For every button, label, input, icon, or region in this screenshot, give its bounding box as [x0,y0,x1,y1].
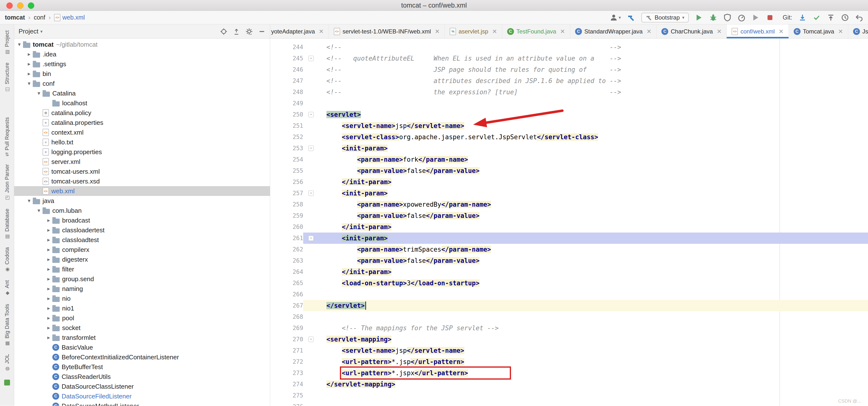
tree-row[interactable]: ▾tomcat~/gitlab/tomcat [14,40,270,49]
debug-icon[interactable] [709,14,717,22]
tree-row[interactable]: ▸compilerx [14,245,270,255]
tab-close-icon[interactable]: ✕ [560,28,565,35]
stripe-button-structure[interactable]: ◫Structure [4,63,10,92]
editor-tab[interactable]: <>servlet-test-1.0/WEB-INF/web.xml✕ [329,25,445,38]
tree-row[interactable]: ▾conf [14,79,270,89]
stripe-button-codota[interactable]: ◉Codota [4,247,10,272]
tree-row[interactable]: ▸nio1 [14,303,270,313]
chevron-down-icon[interactable]: ▾ [40,29,42,34]
code-text[interactable]: <url-pattern>*.jsp</url-pattern> [319,356,868,367]
code-text[interactable]: <servlet> [319,109,868,120]
stop-icon[interactable] [766,14,774,22]
stripe-button-pull-requests[interactable]: ⇅Pull Requests [4,117,10,157]
fold-marker-icon[interactable]: − [308,56,314,61]
tree-chevron-icon[interactable]: ▸ [45,295,52,302]
code-text[interactable]: <param-name>xpoweredBy</param-name> [319,199,868,210]
tree-chevron-icon[interactable]: ▸ [45,256,52,263]
tree-row[interactable]: ▾com.luban [14,206,270,215]
tree-chevron-icon[interactable]: ▸ [25,71,33,77]
code-text[interactable]: <param-name>trimSpaces</param-name> [319,244,868,255]
tree-row[interactable]: ▸nio [14,294,270,303]
tree-chevron-icon[interactable]: ▾ [25,80,33,87]
editor-tab[interactable]: yoteAdapter.java✕ [270,25,329,38]
tree-row[interactable]: CBeforeContextInitializedContainerListen… [14,352,270,362]
code-text[interactable]: <!-- The mappings for the JSP servlet --… [319,323,868,334]
tree-row[interactable]: ▸filter [14,264,270,274]
tree-row[interactable]: ≡catalina.properties [14,118,270,128]
tree-chevron-icon[interactable]: ▾ [16,41,23,47]
profiler-icon[interactable] [738,14,745,22]
code-text[interactable]: <!-- the expression? [true] --> [319,87,868,98]
breadcrumb-item[interactable]: conf [34,14,45,21]
breadcrumb-item[interactable]: <>web.xml [54,14,85,21]
fold-marker-icon[interactable]: − [308,337,314,342]
code-text[interactable]: <servlet-mapping> [319,334,868,345]
tree-row[interactable]: <>tomcat-users.xsd [14,176,270,186]
history-icon[interactable] [841,14,849,22]
run-icon[interactable] [695,14,703,22]
tab-close-icon[interactable]: ✕ [319,28,324,35]
code-text[interactable]: <init-param> [319,143,868,154]
code-text[interactable]: <param-value>false</param-value> [319,165,868,176]
tree-row[interactable]: CByteBufferTest [14,362,270,372]
tree-row[interactable]: ▾Catalina [14,89,270,98]
code-text[interactable]: </init-param> [319,221,868,233]
fold-marker-icon[interactable]: − [308,112,314,117]
tree-row[interactable]: <>server.xml [14,157,270,167]
tab-close-icon[interactable]: ✕ [838,28,843,35]
tree-row[interactable]: ▸broadcast [14,215,270,225]
tree-chevron-icon[interactable]: ▸ [25,61,33,67]
tree-row[interactable]: ▸transformlet [14,333,270,342]
code-text[interactable]: <!-- --> [319,41,868,53]
code-text[interactable]: <load-on-startup>3</load-on-startup> [319,277,868,289]
tree-row[interactable]: <>context.xml [14,128,270,137]
tree-chevron-icon[interactable]: ▸ [45,315,52,321]
tab-close-icon[interactable]: ✕ [779,28,784,35]
editor-tab[interactable]: CJspServlet.j✕ [848,25,868,38]
stripe-button-json-parser[interactable]: ◳Json Parser [4,164,10,201]
tree-row[interactable]: CDataSourceClassListener [14,381,270,391]
code-text[interactable] [319,98,868,109]
tree-chevron-icon[interactable]: ▸ [45,217,52,224]
code-text[interactable]: <init-param> [319,233,868,244]
plugin-icon[interactable] [4,380,10,385]
collapse-all-icon[interactable] [233,28,240,35]
code-text[interactable]: <param-value>false</param-value> [319,210,868,221]
code-text[interactable]: </servlet-mapping> [319,379,868,390]
tree-row[interactable]: localhost [14,98,270,108]
coverage-icon[interactable] [723,14,731,22]
stripe-button-ant[interactable]: ◆Ant [4,280,10,296]
tree-chevron-icon[interactable]: ▾ [25,198,33,204]
tab-close-icon[interactable]: ✕ [717,28,721,35]
code-text[interactable]: <!-- JSP page should the rules for quoti… [319,64,868,75]
tree-row[interactable]: ▸.idea [14,49,270,59]
tree-chevron-icon[interactable]: ▾ [35,90,42,97]
run-secondary-icon[interactable] [752,14,760,22]
locate-file-icon[interactable] [220,28,227,35]
stripe-button-database[interactable]: ▥Database [4,209,10,239]
tree-row[interactable]: ▸.settings [14,59,270,69]
stripe-button-jol[interactable]: ◍JOL [4,354,10,372]
code-text[interactable]: </servlet> [319,300,868,311]
code-text[interactable]: <servlet-name>jsp</servlet-name> [319,345,868,356]
code-text[interactable]: <servlet-class>org.apache.jasper.servlet… [319,131,868,143]
code-text[interactable] [319,311,868,323]
run-config-selector[interactable]: Bootstrap ▾ [641,13,689,23]
tree-row[interactable]: ≡hello.txt [14,137,270,147]
editor-tab[interactable]: <>conf/web.xml✕ [727,25,788,38]
tree-row[interactable]: ▸classloadtest [14,235,270,245]
settings-gear-icon[interactable] [246,28,253,35]
tree-chevron-icon[interactable]: ▸ [45,246,52,253]
code-text[interactable]: </init-param> [319,176,868,188]
tab-close-icon[interactable]: ✕ [435,28,440,35]
tree-chevron-icon[interactable]: ▸ [45,305,52,311]
fold-marker-icon[interactable]: − [308,236,314,241]
code-text[interactable]: </init-param> [319,266,868,277]
editor-tab[interactable]: %aservlet.jsp✕ [445,25,502,38]
code-text[interactable]: <!-- attributes described in JSP.1.6 be … [319,75,868,87]
tree-row[interactable]: ≡logging.properties [14,147,270,157]
tree-row[interactable]: ▸group.send [14,274,270,284]
editor-tab[interactable]: CStandardWrapper.java✕ [570,25,656,38]
tree-row[interactable]: CDataSourceMethodListener [14,401,270,406]
tab-close-icon[interactable]: ✕ [492,28,497,35]
